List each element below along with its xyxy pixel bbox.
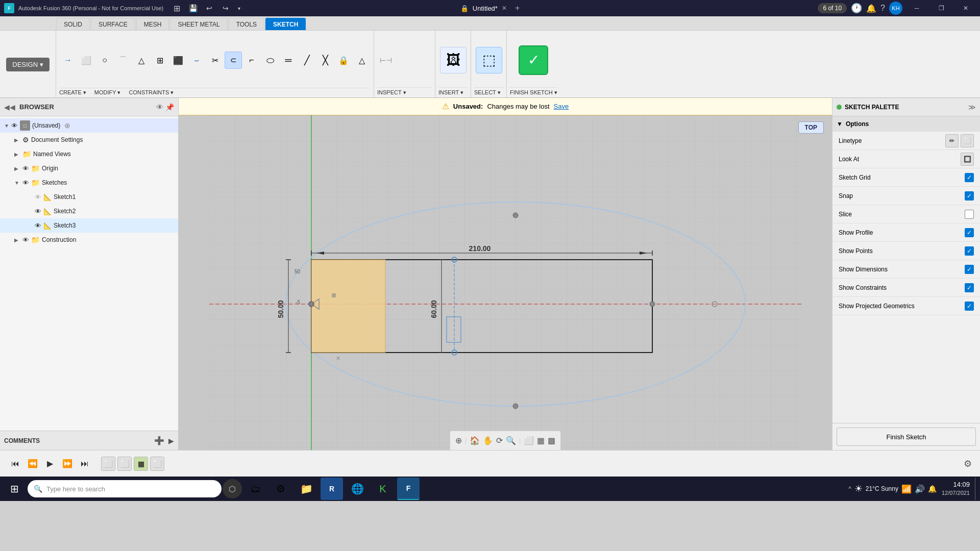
taskbar-app-fusion[interactable]: F bbox=[397, 478, 420, 500]
sp-slice-checkbox[interactable] bbox=[965, 210, 974, 219]
canvas-area[interactable]: ⚠ Unsaved: Changes may be lost Save bbox=[179, 98, 832, 450]
view-cube[interactable]: TOP bbox=[798, 121, 824, 134]
spline-tool[interactable]: ⌣ bbox=[188, 52, 205, 69]
pb-last-btn[interactable]: ⏭ bbox=[78, 457, 92, 471]
linetype-toggle-btn[interactable]: ⬜ bbox=[961, 134, 974, 147]
sp-show-constraints-checkbox[interactable]: ✓ bbox=[965, 283, 974, 292]
warn-tool[interactable]: △ bbox=[353, 52, 371, 69]
look-at-btn[interactable]: 🔲 bbox=[961, 153, 974, 166]
tree-item-unsaved[interactable]: ▼ 👁 □ (Unsaved) ⊕ bbox=[0, 118, 178, 133]
help-btn[interactable]: ? bbox=[880, 4, 885, 13]
dimension-tool[interactable]: ⊢⊣ bbox=[377, 52, 395, 69]
clock-display[interactable]: 14:09 12/07/2021 bbox=[940, 480, 972, 497]
sp-sketch-grid-checkbox[interactable]: ✓ bbox=[965, 173, 974, 182]
browser-collapse-btn[interactable]: ◀◀ bbox=[4, 103, 15, 111]
task-view-btn[interactable]: ⬡ bbox=[223, 479, 242, 498]
sp-options-section[interactable]: ▼ Options bbox=[832, 116, 980, 132]
zoom-btn[interactable]: 🔍 bbox=[506, 436, 516, 445]
minimize-btn[interactable]: ─ bbox=[906, 0, 927, 16]
sp-show-points-checkbox[interactable]: ✓ bbox=[965, 246, 974, 256]
save-link-btn[interactable]: Save bbox=[554, 103, 569, 110]
select-tool[interactable]: ⬚ bbox=[476, 47, 502, 73]
tree-item-named-views[interactable]: ▶ 📁 Named Views bbox=[0, 147, 178, 161]
tab-tools[interactable]: TOOLS bbox=[229, 18, 264, 30]
line-tool[interactable]: → bbox=[59, 52, 77, 69]
circle-tool[interactable]: ○ bbox=[96, 52, 113, 69]
offset-tool[interactable]: ⊂ bbox=[225, 52, 242, 69]
tl-icon-1[interactable]: ⬜ bbox=[101, 457, 115, 471]
cross2-tool[interactable]: ╳ bbox=[316, 52, 334, 69]
tree-item-sketches[interactable]: ▼ 👁 📁 Sketches bbox=[0, 176, 178, 190]
tree-item-sketch2[interactable]: 👁 📐 Sketch2 bbox=[0, 204, 178, 218]
pb-first-btn[interactable]: ⏮ bbox=[8, 457, 22, 471]
tree-item-sketch1[interactable]: 👁 📐 Sketch1 bbox=[0, 190, 178, 204]
trim-tool[interactable]: ✂ bbox=[206, 52, 224, 69]
modify-dropdown[interactable]: MODIFY ▾ bbox=[94, 89, 121, 96]
tray-volume-btn[interactable]: 🔊 bbox=[915, 484, 925, 494]
pb-prev-btn[interactable]: ⏪ bbox=[26, 457, 40, 471]
save-btn[interactable]: 💾 bbox=[186, 1, 200, 15]
comments-expand-btn[interactable]: ▶ bbox=[168, 437, 174, 445]
tab-surface[interactable]: SURFACE bbox=[91, 18, 135, 30]
tl-icon-2[interactable]: ⬜ bbox=[117, 457, 132, 471]
lock-tool[interactable]: 🔒 bbox=[335, 52, 352, 69]
insert-image-btn[interactable]: 🖼 bbox=[440, 47, 467, 73]
tree-item-sketch3[interactable]: 👁 📐 Sketch3 bbox=[0, 218, 178, 233]
browser-pin-btn[interactable]: 📌 bbox=[165, 103, 174, 111]
visual-style-btn[interactable]: ▩ bbox=[548, 436, 555, 445]
rectangle-tool[interactable]: ⬜ bbox=[78, 52, 95, 69]
inspect-dropdown[interactable]: INSPECT ▾ bbox=[377, 89, 406, 96]
tab-mesh[interactable]: MESH bbox=[136, 18, 169, 30]
display-mode-btn[interactable]: ⬜ bbox=[524, 436, 534, 445]
taskbar-app-chrome[interactable]: 🌐 bbox=[346, 478, 369, 500]
tray-notification-btn[interactable]: 🔔 bbox=[928, 485, 937, 493]
pb-play-btn[interactable]: ▶ bbox=[43, 457, 57, 471]
design-button[interactable]: DESIGN ▾ bbox=[6, 58, 49, 71]
browser-eye-btn[interactable]: 👁 bbox=[156, 103, 163, 111]
home-view-btn[interactable]: 🏠 bbox=[470, 436, 480, 445]
tl-icon-4[interactable]: ⬜ bbox=[150, 457, 164, 471]
tree-item-origin[interactable]: ▶ 👁 📁 Origin bbox=[0, 161, 178, 176]
tab-solid[interactable]: SOLID bbox=[56, 18, 90, 30]
pivot-btn[interactable]: ⊕ bbox=[455, 436, 462, 445]
sp-show-profile-checkbox[interactable]: ✓ bbox=[965, 228, 974, 237]
orbit-btn[interactable]: ⟳ bbox=[496, 436, 503, 445]
finish-sketch-palette-btn[interactable]: Finish Sketch bbox=[837, 428, 976, 446]
linetype-edit-btn[interactable]: ✏ bbox=[945, 134, 959, 147]
grid-btn[interactable]: ⊞ bbox=[169, 1, 184, 15]
insert-dropdown[interactable]: INSERT ▾ bbox=[438, 89, 463, 96]
tab-sketch[interactable]: SKETCH bbox=[265, 18, 306, 30]
dropdown-btn[interactable]: ▾ bbox=[235, 1, 243, 15]
tab-sheet-metal[interactable]: SHEET METAL bbox=[170, 18, 227, 30]
add-comment-btn[interactable]: ➕ bbox=[154, 436, 164, 445]
pb-next-btn[interactable]: ⏩ bbox=[60, 457, 75, 471]
select-dropdown[interactable]: SELECT ▾ bbox=[474, 89, 501, 96]
close-window-btn[interactable]: ✕ bbox=[955, 0, 976, 16]
search-bar[interactable]: 🔍 Type here to search bbox=[28, 480, 222, 497]
tl-icon-3[interactable]: ▦ bbox=[134, 457, 148, 471]
undo-btn[interactable]: ↩ bbox=[202, 1, 216, 15]
line2-tool[interactable]: ╱ bbox=[298, 52, 315, 69]
triangle-tool[interactable]: △ bbox=[133, 52, 150, 69]
finish-sketch-ribbon-btn[interactable]: ✓ bbox=[519, 45, 548, 75]
point-tool[interactable]: ⬛ bbox=[169, 52, 187, 69]
taskbar-app-kaspersky[interactable]: K bbox=[372, 478, 394, 500]
counter-btn[interactable]: 6 of 10 bbox=[818, 3, 847, 13]
redo-btn[interactable]: ↪ bbox=[218, 1, 233, 15]
taskbar-app-folder[interactable]: 📁 bbox=[295, 478, 317, 500]
arc-tool[interactable]: ⌒ bbox=[114, 52, 132, 69]
tree-item-construction[interactable]: ▶ 👁 📁 Construction bbox=[0, 233, 178, 247]
cross-tool[interactable]: ⊞ bbox=[151, 52, 168, 69]
sp-show-dimensions-checkbox[interactable]: ✓ bbox=[965, 265, 974, 274]
close-tab-btn[interactable]: ✕ bbox=[502, 5, 507, 12]
new-tab-btn[interactable]: + bbox=[515, 4, 520, 13]
taskbar-app-rar[interactable]: R bbox=[321, 478, 343, 500]
tree-item-doc-settings[interactable]: ▶ ⚙ Document Settings bbox=[0, 133, 178, 147]
clock-btn[interactable]: 🕐 bbox=[851, 3, 862, 14]
user-avatar[interactable]: KH bbox=[889, 2, 902, 15]
pan-btn[interactable]: ✋ bbox=[483, 436, 493, 445]
grid-display-btn[interactable]: ▦ bbox=[537, 436, 545, 445]
taskbar-app-settings[interactable]: ⚙ bbox=[270, 478, 292, 500]
tray-network-btn[interactable]: 📶 bbox=[901, 484, 912, 494]
start-btn[interactable]: ⊞ bbox=[2, 477, 27, 501]
